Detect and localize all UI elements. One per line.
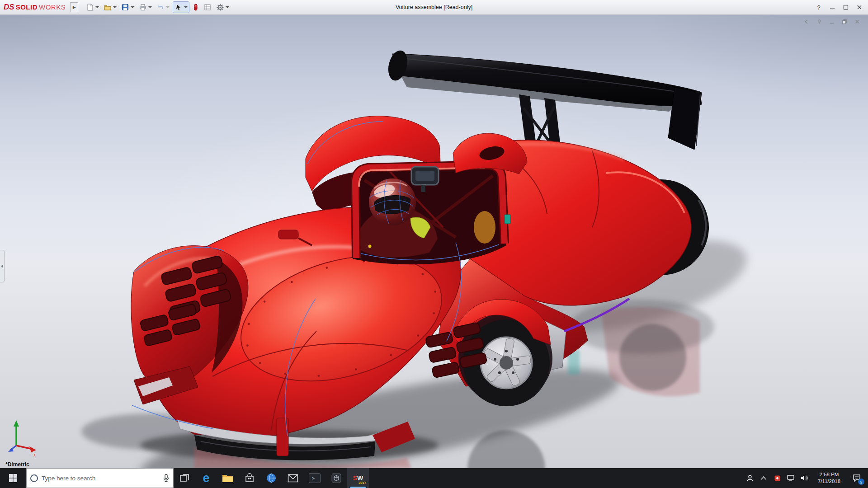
doc-pin-icon <box>816 19 822 24</box>
viewer-app-button[interactable] <box>326 468 347 488</box>
new-caret-icon <box>95 6 99 8</box>
save-button[interactable] <box>120 1 136 13</box>
status-tray-icon <box>774 475 781 482</box>
store-icon <box>245 473 255 483</box>
doc-back-icon <box>804 19 809 24</box>
task-view-button[interactable] <box>174 468 195 488</box>
collapse-arrow-icon <box>1 264 3 268</box>
file-explorer-button[interactable] <box>217 468 239 488</box>
cortana-icon <box>30 474 38 482</box>
close-button[interactable] <box>853 1 866 14</box>
help-button[interactable]: ? <box>812 1 826 14</box>
close-icon <box>857 5 862 10</box>
doc-back-button[interactable] <box>802 18 811 25</box>
mail-icon <box>288 474 298 483</box>
3d-model-canvas[interactable] <box>0 15 868 468</box>
document-window-controls <box>802 18 862 25</box>
mail-button[interactable] <box>282 468 304 488</box>
taskbar: e >_ <box>0 468 868 488</box>
print-icon <box>139 3 147 11</box>
people-button[interactable] <box>744 468 756 488</box>
start-button[interactable] <box>0 468 26 488</box>
search-input[interactable] <box>42 475 159 482</box>
doc-minimize-button[interactable] <box>827 18 836 25</box>
volume-icon <box>800 474 808 482</box>
quick-access-toolbar <box>85 1 231 13</box>
feature-manager-collapsed-tab[interactable] <box>0 250 5 282</box>
taskbar-search[interactable] <box>26 468 174 488</box>
rebuild-icon <box>193 3 199 11</box>
orientation-triad: x <box>6 417 42 458</box>
print-button[interactable] <box>137 1 153 13</box>
minimize-icon <box>830 5 835 10</box>
teal-component <box>505 215 510 224</box>
people-icon <box>746 474 754 482</box>
status-tray-button[interactable] <box>771 468 783 488</box>
terminal-button[interactable]: >_ <box>304 468 326 488</box>
window-controls: ? <box>812 0 866 14</box>
clock-date: 7/11/2018 <box>812 478 846 485</box>
action-center-button[interactable]: 2 <box>848 468 865 488</box>
maximize-icon <box>843 5 849 10</box>
cockpit-amber-structure <box>474 211 495 244</box>
solidworks-window: DSSOLIDWORKS ▶ <box>0 0 868 488</box>
undo-icon <box>156 3 165 11</box>
store-button[interactable] <box>239 468 260 488</box>
options-gear-icon <box>216 3 224 11</box>
undo-caret-icon <box>166 6 170 8</box>
new-icon <box>86 3 94 11</box>
save-icon <box>121 3 129 11</box>
open-caret-icon <box>113 6 117 8</box>
open-icon <box>104 3 112 11</box>
solidworks-app-button[interactable]: SW 2017 <box>347 468 369 488</box>
save-caret-icon <box>131 6 134 8</box>
edge-icon: e <box>203 472 209 484</box>
solidworks-logo: DSSOLIDWORKS <box>0 3 70 12</box>
options-button[interactable] <box>215 1 231 13</box>
edge-button[interactable]: e <box>195 468 217 488</box>
brand-works: WORKS <box>39 3 66 11</box>
undo-button[interactable] <box>155 1 171 13</box>
browser-button[interactable] <box>260 468 282 488</box>
solidworks-app-icon: SW 2017 <box>351 472 365 484</box>
document-title: Voiture assemblee [Read-only] <box>396 4 472 10</box>
select-icon <box>175 3 183 11</box>
browser-globe-icon <box>266 473 277 483</box>
file-properties-icon <box>203 3 212 11</box>
taskbar-clock[interactable]: 2:58 PM 7/11/2018 <box>812 471 846 485</box>
view-orientation-label: *Dimetric <box>5 461 29 468</box>
new-button[interactable] <box>85 1 100 13</box>
file-explorer-icon <box>222 473 234 483</box>
doc-close-button[interactable] <box>853 18 862 25</box>
open-button[interactable] <box>102 1 118 13</box>
microphone-icon[interactable] <box>163 474 170 482</box>
network-icon <box>787 474 795 482</box>
windows-logo-icon <box>9 474 18 483</box>
doc-restore-button[interactable] <box>840 18 849 25</box>
doc-close-icon <box>854 19 860 24</box>
network-button[interactable] <box>785 468 797 488</box>
hidden-icons-button[interactable] <box>758 468 769 488</box>
solidworks-year-badge: 2017 <box>359 481 366 485</box>
print-caret-icon <box>148 6 152 8</box>
doc-restore-icon <box>842 19 847 24</box>
file-properties-button[interactable] <box>202 1 213 13</box>
doc-minimize-icon <box>829 19 835 24</box>
volume-button[interactable] <box>798 468 810 488</box>
system-tray: 2:58 PM 7/11/2018 2 <box>744 468 868 488</box>
viewer-app-icon <box>331 473 342 483</box>
select-button[interactable] <box>173 1 189 13</box>
svg-text:x: x <box>33 452 36 457</box>
maximize-button[interactable] <box>839 1 853 14</box>
rebuild-button[interactable] <box>191 1 200 13</box>
graphics-area[interactable]: x *Dimetric <box>0 15 868 468</box>
cockpit <box>352 163 506 264</box>
toolbar-flyout-button[interactable]: ▶ <box>70 2 78 12</box>
options-caret-icon <box>226 6 229 8</box>
chevron-up-icon <box>760 476 767 480</box>
minimize-button[interactable] <box>826 1 839 14</box>
notification-badge: 2 <box>858 479 864 485</box>
doc-pin-button[interactable] <box>815 18 824 25</box>
titlebar: DSSOLIDWORKS ▶ <box>0 0 868 15</box>
ds-logo: DS <box>4 3 14 12</box>
